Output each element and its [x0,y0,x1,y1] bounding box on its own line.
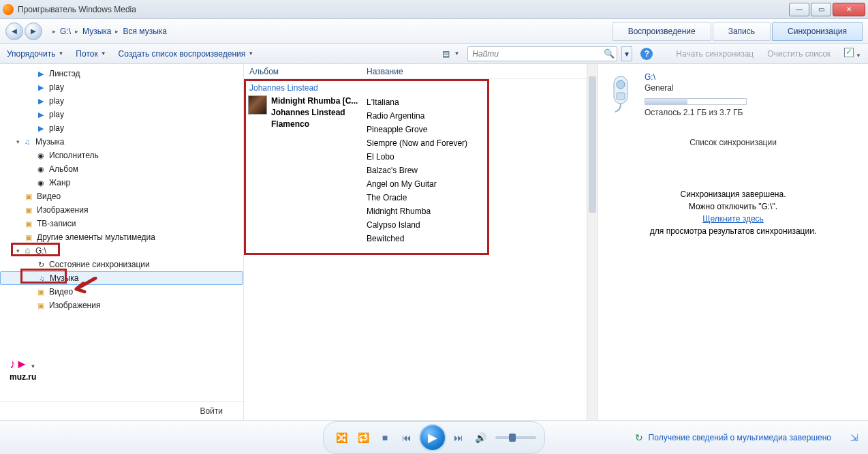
crumb-1[interactable]: Музыка [82,27,111,36]
track-5[interactable]: Balzac's Brew [364,164,598,177]
options-checkbox[interactable] [844,48,854,57]
annotation-arrow [71,277,98,297]
crumb-root[interactable]: G:\ [60,27,71,36]
minimize-button[interactable]: — [789,3,809,16]
tree-item-6[interactable]: ◉Исполнитель [0,149,243,162]
tab-sync[interactable]: Синхронизация [772,22,863,41]
album-title[interactable]: Midnight Rhumba [C... [271,95,364,107]
tree-item-13[interactable]: ▾⎙G:\ [0,244,243,258]
back-button[interactable]: ◄ [5,22,23,40]
track-8[interactable]: Midnight Rhumba [364,205,598,218]
sync-list-title: Список синхронизации [605,138,861,147]
switch-mode-icon[interactable]: ⇲ [850,432,858,443]
maximize-button[interactable]: ▭ [811,3,831,16]
tree-item-7[interactable]: ◉Альбом [0,162,243,176]
sync-results-link[interactable]: Щелкните здесь [702,214,764,224]
scrollbar[interactable] [587,64,598,420]
crumb-2[interactable]: Вся музыка [123,27,167,36]
track-6[interactable]: Angel on My Guitar [364,177,598,191]
tree-item-8[interactable]: ◉Жанр [0,176,243,190]
mute-button[interactable]: 🔊 [471,428,490,447]
tree-item-4[interactable]: ▶play [0,121,243,135]
shuffle-button[interactable]: 🔀 [332,428,351,447]
track-7[interactable]: The Oracle [364,191,598,205]
volume-slider[interactable] [495,436,536,439]
player-status: Получение сведений о мультимедиа заверше… [649,433,831,442]
search-icon[interactable]: 🔍 [604,48,615,59]
album-art[interactable] [248,95,267,115]
tree-item-5[interactable]: ▾♫Музыка [0,135,243,149]
organize-menu[interactable]: Упорядочить▼ [7,49,63,59]
device-name[interactable]: G:\ [645,72,747,82]
start-sync-button[interactable]: Начать синхронизац [676,49,754,59]
album-artist[interactable]: Johannes Linstead [271,107,364,119]
tree-item-12[interactable]: ▣Другие элементы мультимедиа [0,230,243,244]
titlebar: Проигрыватель Windows Media — ▭ ✕ [0,0,868,19]
space-bar [645,98,747,105]
play-button[interactable]: ▶ [419,424,446,451]
player-bar: 🔀 🔁 ■ ⏮ ▶ ⏭ 🔊 ↻ Получение сведений о мул… [0,420,868,454]
track-2[interactable]: Pineapple Grove [364,123,598,136]
create-playlist-menu[interactable]: Создать список воспроизведения▼ [119,49,254,59]
tree-item-11[interactable]: ▣ТВ-записи [0,217,243,230]
next-button[interactable]: ⏭ [449,428,468,447]
breadcrumb[interactable]: ▸ G:\ ▸ Музыка ▸ Вся музыка [50,27,169,36]
track-1[interactable]: Radio Argentina [364,109,598,123]
window-title: Проигрыватель Windows Media [18,5,788,14]
track-3[interactable]: Siempre (Now and Forever) [364,136,598,150]
column-title[interactable]: Название [361,67,598,76]
tree-item-3[interactable]: ▶play [0,108,243,121]
device-space: Осталось 2.1 ГБ из 3.7 ГБ [645,108,747,117]
tree-item-9[interactable]: ▣Видео [0,190,243,203]
forward-button[interactable]: ► [25,22,42,40]
stop-button[interactable]: ■ [375,428,394,447]
status-icon: ↻ [635,432,643,443]
tree-item-2[interactable]: ▶play [0,94,243,108]
device-type: General [645,83,747,93]
muz-logo: ♪► ▼ muz.ru [10,357,36,382]
track-0[interactable]: L'Italiana [364,95,598,109]
tree-item-0[interactable]: ▶Линстэд [0,67,243,80]
search-input[interactable] [467,46,617,61]
track-9[interactable]: Calypso Island [364,218,598,232]
track-10[interactable]: Bewitched [364,232,598,245]
track-4[interactable]: El Lobo [364,150,598,164]
prev-button[interactable]: ⏮ [397,428,416,447]
tree-item-17[interactable]: ▣Изображения [0,299,243,312]
tree-item-15[interactable]: ♫Музыка [0,271,243,285]
artist-header[interactable]: Johannes Linstead [244,79,598,95]
column-album[interactable]: Альбом [244,67,361,76]
tree-item-16[interactable]: ▣Видео [0,285,243,299]
navbar: ◄ ► ▸ G:\ ▸ Музыка ▸ Вся музыка Воспроиз… [0,19,868,44]
tab-burn[interactable]: Запись [713,22,771,41]
content-pane: Альбом Название Johannes Linstead Midnig… [244,64,598,420]
album-meta: Midnight Rhumba [C... Johannes Linstead … [271,95,364,245]
repeat-button[interactable]: 🔁 [354,428,373,447]
sync-panel: G:\ General Осталось 2.1 ГБ из 3.7 ГБ Сп… [598,64,868,420]
close-button[interactable]: ✕ [833,3,865,16]
tree-item-10[interactable]: ▣Изображения [0,203,243,217]
sidebar: ▶Линстэд▶play▶play▶play▶play▾♫Музыка◉Исп… [0,64,244,420]
device-icon [605,72,636,116]
album-genre[interactable]: Flamenco [271,119,364,130]
tree-item-1[interactable]: ▶play [0,80,243,94]
tab-play[interactable]: Воспроизведение [613,22,711,41]
login-link[interactable]: Войти [0,402,243,420]
sync-message: Синхронизация завершена. Можно отключить… [605,188,861,237]
app-icon [3,4,14,15]
svg-point-1 [617,80,625,89]
search-dropdown[interactable]: ▾ [621,46,632,61]
track-list: L'ItalianaRadio ArgentinaPineapple Grove… [364,95,598,245]
help-icon[interactable]: ? [640,48,653,60]
clear-list-button[interactable]: Очистить список [767,49,831,59]
view-list-icon[interactable]: ▤ [442,49,450,59]
tree-item-14[interactable]: ↻Состояние синхронизации [0,258,243,271]
stream-menu[interactable]: Поток▼ [76,49,106,59]
toolbar: Упорядочить▼ Поток▼ Создать список воспр… [0,44,868,64]
svg-rect-2 [617,93,625,100]
